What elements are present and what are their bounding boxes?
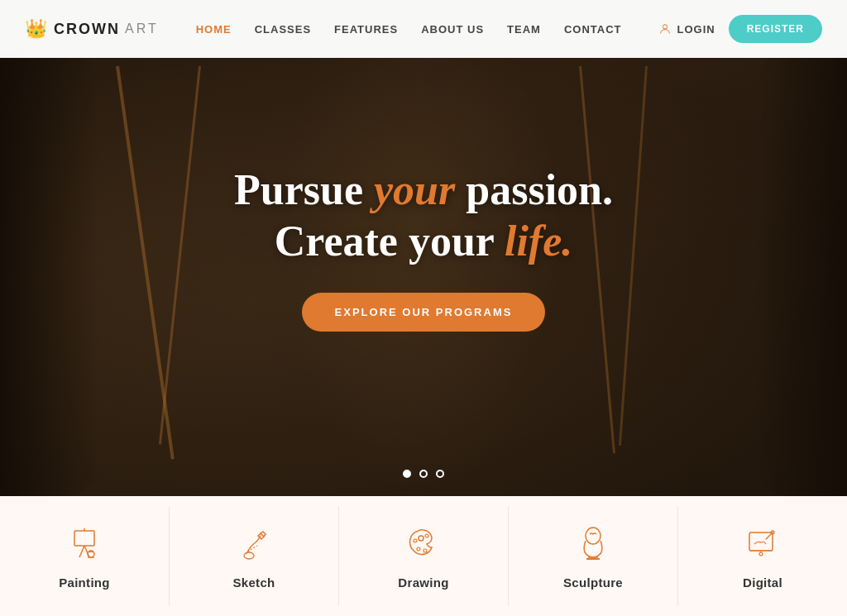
nav-contact[interactable]: CONTACT	[564, 23, 622, 36]
digital-icon	[741, 523, 784, 566]
svg-point-13	[586, 528, 601, 544]
painting-label: Painting	[59, 575, 110, 590]
hero-title: Pursue your passion. Create your life.	[234, 165, 613, 268]
nav-classes[interactable]: CLASSES	[255, 23, 311, 36]
svg-point-8	[414, 539, 417, 542]
hero-content: Pursue your passion. Create your life. E…	[234, 165, 613, 332]
hero-line2: Create your life.	[234, 217, 613, 268]
category-digital[interactable]: Digital	[678, 506, 847, 606]
svg-point-9	[417, 547, 420, 551]
register-button[interactable]: REGISTER	[729, 15, 822, 43]
svg-point-0	[663, 25, 668, 29]
categories-grid: Painting Sketch	[0, 506, 847, 606]
logo[interactable]: 👑 CROWN ART	[25, 18, 159, 40]
dot-2[interactable]	[419, 470, 428, 478]
nav-actions: LOGIN REGISTER	[658, 15, 822, 43]
navbar: 👑 CROWN ART HOME CLASSES FEATURES ABOUT …	[0, 0, 847, 58]
svg-point-7	[244, 552, 254, 559]
svg-line-2	[79, 546, 84, 557]
dot-1[interactable]	[403, 470, 411, 478]
brand-name: CROWN	[54, 21, 120, 38]
svg-point-12	[419, 536, 424, 541]
hero-section: Pursue your passion. Create your life. E…	[0, 0, 847, 496]
svg-rect-1	[74, 531, 94, 546]
drawing-icon	[402, 523, 445, 566]
category-sketch[interactable]: Sketch	[170, 506, 339, 606]
brand-sub: ART	[125, 21, 159, 36]
nav-about[interactable]: ABOUT US	[421, 23, 484, 36]
nav-home[interactable]: HOME	[196, 23, 232, 36]
nav-links: HOME CLASSES FEATURES ABOUT US TEAM CONT…	[196, 23, 622, 36]
categories-section: Painting Sketch	[0, 496, 847, 616]
crown-icon: 👑	[25, 18, 49, 40]
dot-3[interactable]	[436, 470, 444, 478]
svg-point-18	[759, 552, 763, 556]
login-button[interactable]: LOGIN	[658, 22, 715, 36]
explore-programs-button[interactable]: EXPLORE OUR PROGRAMS	[302, 293, 546, 332]
sculpture-icon	[572, 523, 615, 566]
hero-line1: Pursue your passion.	[234, 165, 613, 216]
nav-team[interactable]: TEAM	[507, 23, 541, 36]
painting-icon	[63, 523, 106, 566]
drawing-label: Drawing	[398, 575, 448, 590]
category-drawing[interactable]: Drawing	[339, 506, 509, 606]
digital-label: Digital	[743, 575, 782, 590]
slideshow-dots	[403, 470, 444, 478]
svg-point-10	[424, 549, 427, 552]
sketch-label: Sketch	[233, 575, 275, 590]
svg-point-11	[425, 534, 428, 537]
nav-features[interactable]: FEATURES	[334, 23, 398, 36]
sculpture-label: Sculpture	[563, 575, 623, 590]
category-painting[interactable]: Painting	[0, 506, 170, 606]
category-sculpture[interactable]: Sculpture	[509, 506, 678, 606]
sketch-icon	[232, 523, 275, 566]
